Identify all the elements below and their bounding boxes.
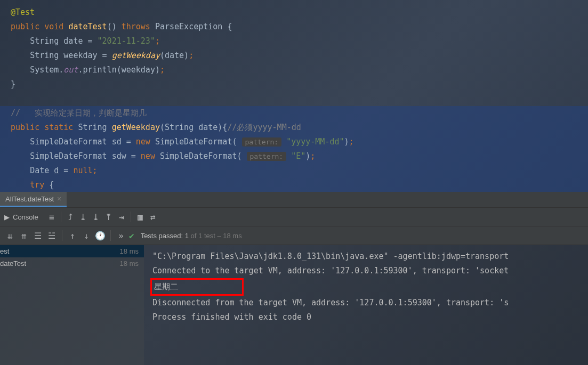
code-editor[interactable]: @Test public void dateTest() throws Pars… <box>0 0 588 192</box>
highlighted-output: 星期二 <box>150 278 244 296</box>
arrow-up-icon[interactable]: ↑ <box>67 230 78 241</box>
tree-row[interactable]: dateTest 18 ms <box>0 257 144 270</box>
console-output[interactable]: "C:\Program Files\Java\jdk1.8.0_131\bin\… <box>144 245 588 365</box>
test-status: Tests passed: 1 of 1 test – 18 ms <box>141 232 242 240</box>
output-line: Process finished with exit code 0 <box>152 310 588 325</box>
sort-up-icon[interactable]: ⇈ <box>18 230 30 241</box>
output-line: Disconnected from the target VM, address… <box>152 296 588 310</box>
download-icon[interactable]: ⤓ <box>77 211 89 223</box>
test-tree[interactable]: est 18 ms dateTest 18 ms <box>0 245 144 365</box>
sort-down-icon[interactable]: ⇊ <box>4 230 16 241</box>
annotation: @Test <box>11 7 35 17</box>
filter-icon[interactable]: ☰ <box>32 230 44 241</box>
export-icon[interactable]: ⤴ <box>65 211 76 223</box>
filter-icon[interactable]: ☱ <box>46 230 58 241</box>
play-icon: ▶ <box>4 213 10 221</box>
parameter-hint: pattern: <box>247 152 287 161</box>
check-icon: ✔ <box>129 231 134 241</box>
steps-icon[interactable]: ⇥ <box>116 211 127 223</box>
console-toolbar: ▶ Console ≡ ⤴ ⤓ ⤓ ⤒ ⇥ ▦ ⇄ <box>0 208 588 226</box>
download-icon[interactable]: ⤓ <box>90 211 102 223</box>
tab-label: AllTest.dateTest <box>5 195 54 203</box>
parameter-hint: pattern: <box>242 137 282 147</box>
run-tab[interactable]: AllTest.dateTest × <box>0 192 67 207</box>
list-icon[interactable]: ≡ <box>46 211 58 223</box>
history-icon[interactable]: 🕐 <box>94 230 106 241</box>
output-line: "C:\Program Files\Java\jdk1.8.0_131\bin\… <box>152 249 588 264</box>
upload-icon[interactable]: ⤒ <box>103 211 115 223</box>
wrap-icon[interactable]: ⇄ <box>147 211 159 223</box>
expand-icon[interactable]: » <box>115 230 127 241</box>
arrow-down-icon[interactable]: ↓ <box>80 230 92 241</box>
table-icon[interactable]: ▦ <box>134 211 146 223</box>
tree-row[interactable]: est 18 ms <box>0 245 144 257</box>
output-line: Connected to the target VM, address: '12… <box>152 264 588 278</box>
test-toolbar: ⇊ ⇈ ☰ ☱ ↑ ↓ 🕐 » ✔ Tests passed: 1 of 1 t… <box>0 226 588 245</box>
close-icon[interactable]: × <box>57 194 61 203</box>
run-tab-bar: AllTest.dateTest × <box>0 192 588 208</box>
console-tab[interactable]: ▶ Console <box>4 213 38 221</box>
